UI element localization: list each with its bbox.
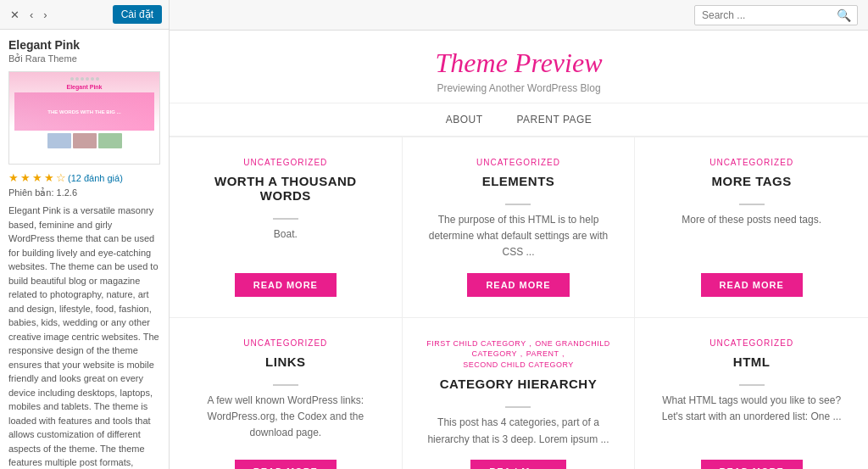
read-more-button-3[interactable]: READ MORE xyxy=(701,273,803,297)
sidebar-top-bar: ✕ ‹ › Cài đặt xyxy=(0,0,169,30)
post-divider-1 xyxy=(273,218,298,220)
theme-info: Elegant Pink Bởi Rara Theme Elegant Pink… xyxy=(0,30,169,469)
post-card-2: UNCATEGORIZED ELEMENTS The purpose of th… xyxy=(403,137,636,318)
preview-content: Theme Preview Previewing Another WordPre… xyxy=(170,31,868,469)
post-card-1: UNCATEGORIZED WORTH A THOUSAND WORDS Boa… xyxy=(170,137,403,318)
post-excerpt-5: This post has 4 categories, part of a hi… xyxy=(426,415,611,447)
star-3: ★ xyxy=(32,171,42,184)
post-excerpt-1: Boat. xyxy=(274,226,298,243)
search-button[interactable]: 🔍 xyxy=(831,6,857,25)
search-wrap: 🔍 xyxy=(694,5,858,25)
theme-description: Elegant Pink is a versatile masonry base… xyxy=(8,204,160,469)
version-label: Phiên bản: 1.2.6 xyxy=(8,187,160,198)
close-button[interactable]: ✕ xyxy=(7,7,23,23)
read-more-button-2[interactable]: READ MORE xyxy=(467,273,569,297)
theme-preview-image: Elegant Pink THE WORDS WITH THE BIG ... xyxy=(8,71,160,165)
post-title-1: WORTH A THOUSAND WORDS xyxy=(193,174,378,203)
post-excerpt-6: What HTML tags would you like to see? Le… xyxy=(659,393,844,425)
post-card-5: FIRST CHILD CATEGORY , ONE GRANDCHILD CA… xyxy=(403,318,636,469)
cat-first-child[interactable]: FIRST CHILD CATEGORY xyxy=(426,339,526,348)
cat-second-child[interactable]: SECOND CHILD CATEGORY xyxy=(463,360,574,369)
nav-about[interactable]: ABOUT xyxy=(446,114,483,126)
back-button[interactable]: ‹ xyxy=(26,7,36,23)
blog-tagline: Previewing Another WordPress Blog xyxy=(178,82,860,94)
read-more-button-4[interactable]: READ MORE xyxy=(235,460,337,469)
post-divider-2 xyxy=(505,204,531,205)
preview-title: Elegant Pink xyxy=(66,84,102,90)
post-category-3: UNCATEGORIZED xyxy=(709,158,793,167)
star-1: ★ xyxy=(8,171,19,184)
preview-area: Theme Preview Previewing Another WordPre… xyxy=(170,31,868,469)
top-bar: 🔍 xyxy=(170,0,868,31)
star-2: ★ xyxy=(20,171,31,184)
post-card-3: UNCATEGORIZED MORE TAGS More of these po… xyxy=(635,137,868,318)
search-input[interactable] xyxy=(695,7,831,24)
rating-link[interactable]: (12 đánh giá) xyxy=(68,173,123,183)
post-divider-6 xyxy=(739,384,765,386)
install-button[interactable]: Cài đặt xyxy=(113,5,162,24)
post-excerpt-2: The purpose of this HTML is to help dete… xyxy=(426,212,611,261)
blog-header: Theme Preview Previewing Another WordPre… xyxy=(170,31,868,103)
post-title-6: HTML xyxy=(733,355,771,369)
blog-title: Theme Preview xyxy=(178,47,860,79)
post-category-5: FIRST CHILD CATEGORY , ONE GRANDCHILD CA… xyxy=(426,338,611,371)
read-more-button-5[interactable]: REAd More xyxy=(470,460,565,469)
preview-thumbnails xyxy=(47,133,122,148)
cat-parent[interactable]: PARENT xyxy=(526,349,559,358)
post-excerpt-3: More of these posts need tags. xyxy=(682,212,821,228)
star-rating: ★ ★ ★ ★ ☆ (12 đánh giá) xyxy=(8,171,160,184)
post-category-2: UNCATEGORIZED xyxy=(476,158,560,167)
read-more-button-1[interactable]: READ MORE xyxy=(235,273,337,297)
post-divider-4 xyxy=(273,384,298,386)
star-5-half: ☆ xyxy=(56,171,66,184)
post-card-6: UNCATEGORIZED HTML What HTML tags would … xyxy=(635,318,868,469)
main-area: 🔍 Theme Preview Previewing Another WordP… xyxy=(170,0,868,469)
post-category-4: UNCATEGORIZED xyxy=(243,338,327,348)
post-title-2: ELEMENTS xyxy=(482,174,555,188)
post-divider-3 xyxy=(739,204,765,205)
sidebar: ✕ ‹ › Cài đặt Elegant Pink Bởi Rara Them… xyxy=(0,0,170,469)
theme-name: Elegant Pink xyxy=(8,38,160,52)
read-more-button-6[interactable]: READ MORE xyxy=(701,460,803,469)
post-category-1: UNCATEGORIZED xyxy=(243,158,327,167)
post-category-6: UNCATEGORIZED xyxy=(709,338,793,348)
post-excerpt-4: A few well known WordPress links: WordPr… xyxy=(193,393,378,442)
post-card-4: UNCATEGORIZED LINKS A few well known Wor… xyxy=(170,318,403,469)
blog-nav: ABOUT PARENT PAGE xyxy=(170,103,868,137)
preview-hero: THE WORDS WITH THE BIG ... xyxy=(14,92,154,131)
forward-button[interactable]: › xyxy=(40,7,50,23)
post-divider-5 xyxy=(505,406,531,408)
post-title-3: MORE TAGS xyxy=(712,174,792,188)
posts-grid-row1: UNCATEGORIZED WORTH A THOUSAND WORDS Boa… xyxy=(170,137,868,469)
post-title-4: LINKS xyxy=(265,355,306,369)
star-4: ★ xyxy=(44,171,54,184)
nav-parent-page[interactable]: PARENT PAGE xyxy=(516,114,592,126)
theme-author: Bởi Rara Theme xyxy=(8,53,160,64)
post-title-5: CATEGORY HIERARCHY xyxy=(440,377,597,391)
